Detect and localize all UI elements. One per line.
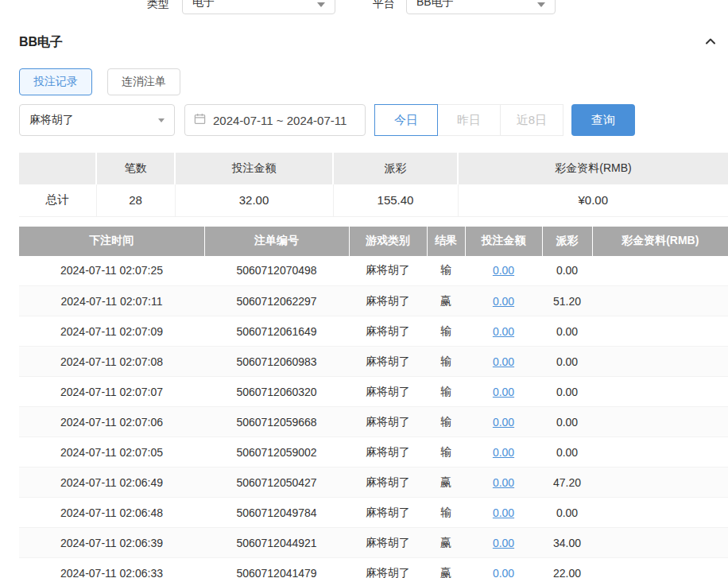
page: 类型 电子 平台 BB电子 BB电子 投注记录 连消注单 麻将胡了 <box>0 0 728 578</box>
bet-amount-cell: 0.00 <box>465 467 542 498</box>
header-game-category: 游戏类别 <box>349 227 427 256</box>
tab-cascade-bets[interactable]: 连消注单 <box>107 68 180 95</box>
bet-amount-cell: 0.00 <box>465 407 542 437</box>
bet-amount-cell: 0.00 <box>465 316 542 347</box>
bet-id-cell: 5060712070498 <box>204 256 349 286</box>
yesterday-button[interactable]: 昨日 <box>437 104 501 136</box>
date-range-picker[interactable]: 2024-07-11 ~ 2024-07-11 <box>184 104 366 136</box>
chevron-down-icon <box>537 2 545 7</box>
bonus-cell <box>592 558 728 578</box>
bonus-cell <box>592 256 728 286</box>
tab-bet-records[interactable]: 投注记录 <box>19 68 92 95</box>
game-category-cell: 麻将胡了 <box>349 347 427 377</box>
payout-cell: 0.00 <box>542 498 592 528</box>
game-category-cell: 麻将胡了 <box>349 498 427 528</box>
type-select[interactable]: 电子 <box>182 0 335 14</box>
game-category-cell: 麻将胡了 <box>349 407 427 437</box>
last-8-days-button[interactable]: 近8日 <box>500 104 563 136</box>
summary-header-bet-amount: 投注金额 <box>175 153 333 184</box>
table-row: 2024-07-11 02:07:115060712062297麻将胡了赢0.0… <box>19 286 728 316</box>
type-select-value: 电子 <box>192 0 215 10</box>
table-row: 2024-07-11 02:06:495060712050427麻将胡了赢0.0… <box>19 467 728 498</box>
bet-time-cell: 2024-07-11 02:07:08 <box>19 347 204 377</box>
today-button[interactable]: 今日 <box>374 104 438 136</box>
table-row: 2024-07-11 02:06:395060712044921麻将胡了赢0.0… <box>19 528 728 558</box>
top-filter-bar: 类型 电子 平台 BB电子 <box>0 0 728 14</box>
payout-cell: 0.00 <box>542 316 592 347</box>
game-select[interactable]: 麻将胡了 <box>19 104 175 136</box>
bet-time-cell: 2024-07-11 02:07:07 <box>19 377 204 407</box>
payout-cell: 0.00 <box>542 347 592 377</box>
game-category-cell: 麻将胡了 <box>349 467 427 498</box>
search-button[interactable]: 查询 <box>571 104 635 136</box>
game-category-cell: 麻将胡了 <box>349 437 427 467</box>
bet-time-cell: 2024-07-11 02:07:09 <box>19 316 204 347</box>
summary-header-empty <box>19 153 96 184</box>
collapse-section-button[interactable] <box>704 35 717 50</box>
result-cell: 输 <box>427 316 465 347</box>
summary-header-payout: 派彩 <box>333 153 458 184</box>
bet-id-cell: 5060712049784 <box>204 498 349 528</box>
summary-bet-amount-value: 32.00 <box>175 184 333 216</box>
bet-table: 下注时间 注单编号 游戏类别 结果 投注金额 派彩 彩金资料(RMB) 2024… <box>19 227 728 578</box>
bet-amount-link[interactable]: 0.00 <box>493 476 514 489</box>
payout-cell: 0.00 <box>542 256 592 286</box>
table-row: 2024-07-11 02:07:055060712059002麻将胡了输0.0… <box>19 437 728 467</box>
platform-select-value: BB电子 <box>416 0 454 10</box>
date-range-value: 2024-07-11 ~ 2024-07-11 <box>213 114 347 127</box>
result-cell: 赢 <box>427 558 465 578</box>
game-category-cell: 麻将胡了 <box>349 558 427 578</box>
payout-cell: 22.00 <box>542 558 592 578</box>
summary-header-bonus: 彩金资料(RMB) <box>458 153 728 184</box>
platform-select[interactable]: BB电子 <box>406 0 556 14</box>
result-cell: 输 <box>427 437 465 467</box>
result-cell: 输 <box>427 498 465 528</box>
bonus-cell <box>592 377 728 407</box>
bet-table-header-row: 下注时间 注单编号 游戏类别 结果 投注金额 派彩 彩金资料(RMB) <box>19 227 728 256</box>
bet-amount-link[interactable]: 0.00 <box>493 567 514 578</box>
bet-table-body: 2024-07-11 02:07:255060712070498麻将胡了输0.0… <box>19 256 728 578</box>
game-category-cell: 麻将胡了 <box>349 256 427 286</box>
chevron-up-icon <box>704 35 717 50</box>
bet-amount-link[interactable]: 0.00 <box>493 264 514 277</box>
header-result: 结果 <box>427 227 465 256</box>
game-category-cell: 麻将胡了 <box>349 377 427 407</box>
bet-amount-cell: 0.00 <box>465 528 542 558</box>
table-row: 2024-07-11 02:07:085060712060983麻将胡了输0.0… <box>19 347 728 377</box>
bet-time-cell: 2024-07-11 02:07:06 <box>19 407 204 437</box>
table-row: 2024-07-11 02:07:095060712061649麻将胡了输0.0… <box>19 316 728 347</box>
bet-id-cell: 5060712050427 <box>204 467 349 498</box>
table-row: 2024-07-11 02:07:065060712059668麻将胡了输0.0… <box>19 407 728 437</box>
result-cell: 输 <box>427 347 465 377</box>
table-row: 2024-07-11 02:07:255060712070498麻将胡了输0.0… <box>19 256 728 286</box>
bet-time-cell: 2024-07-11 02:07:05 <box>19 437 204 467</box>
game-select-value: 麻将胡了 <box>29 113 74 127</box>
payout-cell: 34.00 <box>542 528 592 558</box>
bet-amount-link[interactable]: 0.00 <box>493 325 514 338</box>
bet-time-cell: 2024-07-11 02:06:49 <box>19 467 204 498</box>
section-header: BB电子 <box>19 33 717 51</box>
bet-time-cell: 2024-07-11 02:06:48 <box>19 498 204 528</box>
header-bet-id: 注单编号 <box>204 227 349 256</box>
tab-bar: 投注记录 连消注单 <box>19 68 728 95</box>
bet-amount-link[interactable]: 0.00 <box>493 446 514 459</box>
bet-amount-link[interactable]: 0.00 <box>493 386 514 398</box>
bet-amount-link[interactable]: 0.00 <box>493 416 514 429</box>
bet-amount-link[interactable]: 0.00 <box>493 537 514 549</box>
section-title: BB电子 <box>19 34 63 51</box>
calendar-icon <box>194 113 206 127</box>
bonus-cell <box>592 347 728 377</box>
platform-label: 平台 <box>373 0 395 14</box>
bet-amount-link[interactable]: 0.00 <box>493 295 514 308</box>
bet-amount-link[interactable]: 0.00 <box>493 355 514 368</box>
bet-amount-cell: 0.00 <box>465 377 542 407</box>
payout-cell: 47.20 <box>542 467 592 498</box>
game-category-cell: 麻将胡了 <box>349 528 427 558</box>
result-cell: 输 <box>427 377 465 407</box>
result-cell: 赢 <box>427 286 465 316</box>
bet-amount-link[interactable]: 0.00 <box>493 506 514 519</box>
summary-header-row: 笔数 投注金额 派彩 彩金资料(RMB) <box>19 153 728 184</box>
payout-cell: 51.20 <box>542 286 592 316</box>
header-payout: 派彩 <box>542 227 592 256</box>
summary-bonus-value: ¥0.00 <box>458 184 728 216</box>
